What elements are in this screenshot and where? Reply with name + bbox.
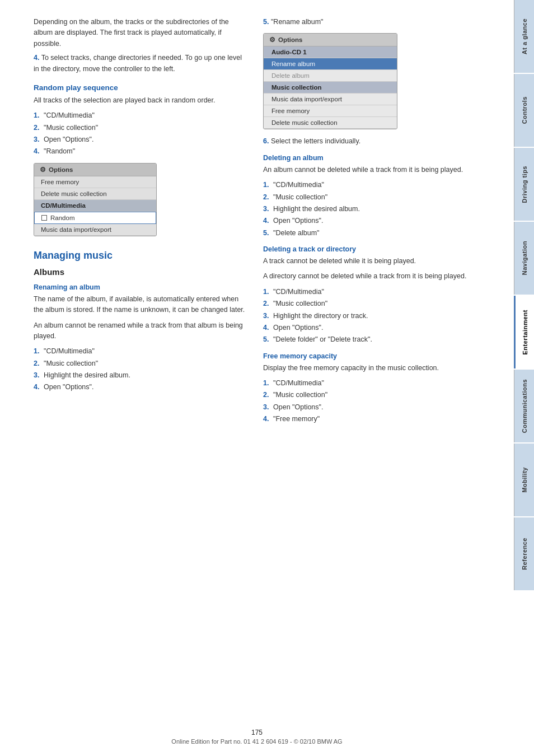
menu-item-cd-multimedia: CD/Multimedia: [34, 200, 156, 212]
intro-paragraph: Depending on the album, the tracks or th…: [34, 17, 246, 49]
tab-reference[interactable]: Reference: [514, 517, 534, 590]
deleting-album-heading: Deleting an album: [263, 154, 498, 162]
list-item: 4. "Random": [34, 146, 246, 157]
tab-controls[interactable]: Controls: [514, 74, 534, 147]
page-wrapper: Depending on the album, the tracks or th…: [0, 0, 534, 756]
deleting-track-para-1: A track cannot be deleted while it is be…: [263, 256, 498, 267]
list-item: 5. "Delete album": [263, 228, 498, 239]
list-item: 4. Open "Options".: [34, 382, 246, 393]
free-memory-steps: 1. "CD/Multimedia" 2. "Music collection"…: [263, 378, 498, 425]
right-column: 5. "Rename album" ⚙ Options Audio-CD 1 R…: [263, 17, 498, 734]
free-memory-para: Display the free memory capacity in the …: [263, 363, 498, 374]
menu-item-rename-album: Rename album: [264, 58, 397, 70]
list-item: 2. "Music collection": [263, 192, 498, 203]
tab-driving-tips[interactable]: Driving tips: [514, 148, 534, 221]
list-item: 1. "CD/Multimedia": [263, 180, 498, 190]
menu-item-delete-album: Delete album: [264, 70, 397, 82]
tab-communications[interactable]: Communications: [514, 370, 534, 442]
deleting-track-steps: 1. "CD/Multimedia" 2. "Music collection"…: [263, 287, 498, 346]
deleting-track-heading: Deleting a track or directory: [263, 245, 498, 253]
main-content: Depending on the album, the tracks or th…: [0, 0, 514, 756]
tab-entertainment[interactable]: Entertainment: [514, 296, 534, 368]
deleting-track-para-2: A directory cannot be deleted while a tr…: [263, 271, 498, 282]
sidebar-tabs: At a glance Controls Driving tips Naviga…: [514, 0, 534, 756]
menu-title-1: ⚙ Options: [34, 164, 156, 176]
menu-item-audio-cd: Audio-CD 1: [264, 46, 397, 58]
menu-item-delete-collection: Delete music collection: [34, 188, 156, 200]
list-item: 5. "Delete folder" or "Delete track".: [263, 334, 498, 345]
options-menu-1: ⚙ Options Free memory Delete music colle…: [34, 163, 157, 236]
albums-heading: Albums: [34, 267, 246, 277]
free-memory-heading: Free memory capacity: [263, 352, 498, 360]
checkbox-icon: [41, 215, 47, 221]
tab-navigation[interactable]: Navigation: [514, 222, 534, 295]
list-item: 4. Open "Options".: [263, 323, 498, 333]
list-item: 2. "Music collection": [34, 358, 246, 369]
menu-item-import-export-2: Music data import/export: [264, 94, 397, 105]
tab-at-a-glance[interactable]: At a glance: [514, 0, 534, 73]
list-item: 4. Open "Options".: [263, 216, 498, 226]
list-item: 3. Highlight the desired album.: [34, 370, 246, 381]
random-play-heading: Random play sequence: [34, 83, 246, 92]
list-item: 2. "Music collection": [34, 123, 246, 133]
list-item: 2. "Music collection": [263, 390, 498, 400]
list-item: 1. "CD/Multimedia": [263, 378, 498, 389]
renaming-para-1: The name of the album, if available, is …: [34, 294, 246, 316]
list-item: 3. Open "Options".: [34, 134, 246, 145]
rename-step-5: 5. "Rename album": [263, 17, 498, 27]
menu-item-import-export: Music data import/export: [34, 224, 156, 236]
renaming-album-heading: Renaming an album: [34, 283, 246, 291]
footer: 175 Online Edition for Part no. 01 41 2 …: [0, 729, 514, 745]
menu-item-music-collection-label: Music collection: [264, 82, 397, 94]
gear-icon: ⚙: [40, 166, 46, 174]
list-item: 1. "CD/Multimedia": [34, 110, 246, 121]
tab-mobility[interactable]: Mobility: [514, 444, 534, 516]
menu-item-free-memory: Free memory: [34, 176, 156, 188]
gear-icon-2: ⚙: [269, 36, 275, 44]
options-menu-2: ⚙ Options Audio-CD 1 Rename album Delete…: [263, 33, 397, 129]
page-number: 175: [0, 729, 514, 736]
step-6: 6. Select the letters individually.: [263, 136, 498, 147]
list-item: 1. "CD/Multimedia": [34, 346, 246, 357]
left-column: Depending on the album, the tracks or th…: [34, 17, 246, 734]
menu-item-free-memory-2: Free memory: [264, 105, 397, 117]
footer-text: Online Edition for Part no. 01 41 2 604 …: [0, 738, 514, 745]
deleting-album-para: An album cannot be deleted while a track…: [263, 165, 498, 175]
list-item: 3. Open "Options".: [263, 402, 498, 413]
menu-item-delete-music-collection: Delete music collection: [264, 117, 397, 129]
deleting-album-steps: 1. "CD/Multimedia" 2. "Music collection"…: [263, 180, 498, 239]
renaming-steps: 1. "CD/Multimedia" 2. "Music collection"…: [34, 346, 246, 393]
list-item: 3. Highlight the directory or track.: [263, 311, 498, 321]
renaming-para-2: An album cannot be renamed while a track…: [34, 320, 246, 342]
list-item: 2. "Music collection": [263, 298, 498, 309]
list-item: 1. "CD/Multimedia": [263, 287, 498, 297]
menu-title-2: ⚙ Options: [264, 34, 397, 46]
list-item: 3. Highlight the desired album.: [263, 204, 498, 214]
managing-music-heading: Managing music: [34, 250, 246, 262]
random-play-description: All tracks of the selection are played b…: [34, 95, 246, 106]
menu-item-random: Random: [34, 212, 156, 224]
list-item: 4. "Free memory": [263, 414, 498, 424]
random-play-steps: 1. "CD/Multimedia" 2. "Music collection"…: [34, 110, 246, 157]
step-4-text: 4. To select tracks, change directories …: [34, 53, 246, 74]
